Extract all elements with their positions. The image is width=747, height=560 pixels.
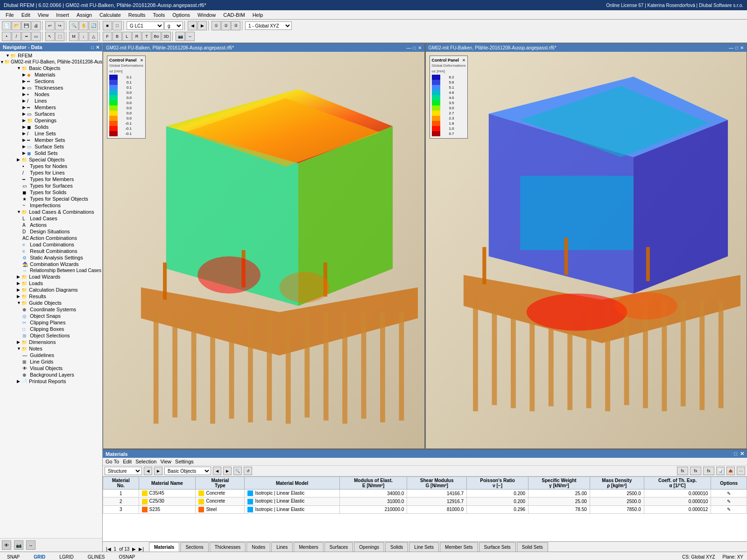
- tab-members[interactable]: Members: [294, 542, 324, 552]
- nav-results[interactable]: ▶ 📁 Results: [0, 293, 102, 300]
- nav-special-objects[interactable]: ▶ 📁 Special Objects: [0, 156, 102, 163]
- nav-result-combos[interactable]: ≡ Result Combinations: [0, 248, 102, 254]
- left-view-scene[interactable]: Control Panel ✕ Global Deformations uz […: [103, 52, 424, 448]
- nav-icon-arrows[interactable]: ↔: [26, 540, 35, 550]
- node-tool[interactable]: •: [2, 32, 11, 41]
- nav-clipping-planes[interactable]: ✂ Clipping Planes: [0, 319, 102, 326]
- zoom-btn[interactable]: 🔍: [69, 21, 78, 30]
- prev-btn[interactable]: ◀: [188, 21, 197, 30]
- mat-options-3[interactable]: ✎: [711, 505, 747, 513]
- bottom-panel-controls[interactable]: □ ✕: [734, 451, 744, 457]
- print-btn[interactable]: 🖨: [31, 21, 41, 30]
- right-view-close[interactable]: ✕: [740, 45, 744, 50]
- nav-action-combos[interactable]: AC Action Combinations: [0, 235, 102, 241]
- tab-thicknesses[interactable]: Thicknesses: [210, 542, 246, 552]
- screenshot-tool[interactable]: 📷: [176, 32, 185, 41]
- tab-prev[interactable]: 1: [113, 546, 118, 552]
- tab-openings[interactable]: Openings: [354, 542, 384, 552]
- bt-export[interactable]: 📊: [716, 467, 725, 475]
- nav-dock-btn[interactable]: □: [91, 45, 94, 50]
- right-view-minimize[interactable]: —: [729, 45, 733, 50]
- nav-imperfections[interactable]: ~ Imperfections: [0, 202, 102, 209]
- nav-icon-cam[interactable]: 📷: [14, 540, 23, 550]
- left-view-close[interactable]: ✕: [418, 45, 422, 50]
- nav-lines[interactable]: ▶ / Lines: [0, 98, 102, 104]
- nav-design-situations[interactable]: D Design Situations: [0, 228, 102, 235]
- menu-file[interactable]: File: [2, 11, 18, 19]
- tab-solids[interactable]: Solids: [385, 542, 408, 552]
- bt-refresh[interactable]: ↺: [244, 467, 252, 475]
- menu-help[interactable]: Help: [249, 11, 267, 19]
- nav-load-cases-combinations[interactable]: ▼ 📁 Load Cases & Combinations: [0, 209, 102, 215]
- tab-next[interactable]: ▶: [131, 546, 137, 552]
- tab-nodes[interactable]: Nodes: [247, 542, 270, 552]
- nav-materials[interactable]: ▶ ◆ Materials: [0, 71, 102, 78]
- nav-types-nodes[interactable]: • Types for Nodes: [0, 163, 102, 169]
- right-view-maximize[interactable]: □: [735, 45, 738, 50]
- new-btn[interactable]: 📄: [2, 21, 11, 30]
- nav-types-surfaces[interactable]: ▭ Types for Surfaces: [0, 182, 102, 189]
- status-osnap[interactable]: OSNAP: [115, 553, 138, 560]
- tab-first[interactable]: |◀: [105, 546, 113, 552]
- edit-menu[interactable]: Edit: [123, 459, 132, 464]
- bt-fx[interactable]: fx: [677, 467, 688, 475]
- navigator-controls[interactable]: □ ✕: [91, 45, 99, 50]
- tab-solid-sets[interactable]: Solid Sets: [517, 542, 548, 552]
- box-select-tool[interactable]: ⬚: [55, 32, 64, 41]
- tab-materials[interactable]: Materials: [149, 542, 179, 552]
- nav-combo-wizards[interactable]: 🧙 Combination Wizards: [0, 261, 102, 267]
- nav-solid-sets[interactable]: ▶ ◼ Solid Sets: [0, 150, 102, 156]
- left-view-minimize[interactable]: —: [406, 45, 411, 50]
- nav-static-settings[interactable]: ⚙ Static Analysis Settings: [0, 254, 102, 261]
- nav-loads[interactable]: ▶ 📁 Loads: [0, 280, 102, 287]
- view-menu[interactable]: View: [160, 459, 171, 464]
- nav-load-cases[interactable]: L Load Cases: [0, 215, 102, 222]
- right-view-scene[interactable]: Control Panel ✕ Global Deformations uz […: [426, 52, 747, 448]
- tab-last[interactable]: ▶|: [137, 546, 145, 552]
- nav-rfem[interactable]: ▼ 📁 RFEM: [0, 52, 102, 59]
- status-grid[interactable]: GRID: [30, 553, 49, 560]
- nav-background-layers[interactable]: ⊕ Background Layers: [0, 371, 102, 378]
- mat-options-1[interactable]: ✎: [711, 490, 747, 497]
- nav-members[interactable]: ▶ ━ Members: [0, 104, 102, 111]
- iso-view[interactable]: 3D: [162, 32, 171, 41]
- right-view-controls[interactable]: — □ ✕: [729, 45, 744, 50]
- menu-insert[interactable]: Insert: [52, 11, 73, 19]
- menu-results[interactable]: Results: [125, 11, 149, 19]
- nav-thicknesses[interactable]: ▶ ▭ Thicknesses: [0, 84, 102, 91]
- open-btn[interactable]: 📂: [12, 21, 21, 30]
- status-lgrid[interactable]: LGRID: [56, 553, 77, 560]
- nav-guide-objects[interactable]: ▼ 📁 Guide Objects: [0, 300, 102, 306]
- bt-next2[interactable]: ▶: [223, 467, 232, 475]
- bt-prev2[interactable]: ◀: [213, 467, 221, 475]
- right-view[interactable]: R: [132, 32, 141, 41]
- nav-types-special[interactable]: ★ Types for Special Objects: [0, 196, 102, 202]
- nav-calc-diagrams[interactable]: ▶ 📁 Calculation Diagrams: [0, 287, 102, 293]
- menu-calculate[interactable]: Calculate: [96, 11, 125, 19]
- save-btn[interactable]: 💾: [21, 21, 31, 30]
- nav-load-combos[interactable]: ≡ Load Combinations: [0, 241, 102, 248]
- next-btn[interactable]: ▶: [197, 21, 207, 30]
- status-glines[interactable]: GLINES: [85, 553, 108, 560]
- tab-member-sets[interactable]: Member Sets: [440, 542, 478, 552]
- select-tool[interactable]: ↖: [45, 32, 55, 41]
- nav-surface-sets[interactable]: ▶ ▭ Surface Sets: [0, 143, 102, 150]
- mat-options-2[interactable]: ✎: [711, 497, 747, 505]
- view1-btn[interactable]: ①: [211, 21, 221, 30]
- nav-types-lines[interactable]: / Types for Lines: [0, 169, 102, 176]
- tab-sections[interactable]: Sections: [180, 542, 208, 552]
- nav-line-grids[interactable]: ⊞ Line Grids: [0, 358, 102, 365]
- nav-project[interactable]: ▼ 📁 GM02-mit FU-Balken, Pfähle-20161208-…: [0, 59, 102, 65]
- tab-lines[interactable]: Lines: [271, 542, 293, 552]
- tab-line-sets[interactable]: Line Sets: [409, 542, 439, 552]
- front-view[interactable]: F: [103, 32, 112, 41]
- surface-tool[interactable]: ▭: [31, 32, 41, 41]
- nav-coord-systems[interactable]: ⊕ Coordinate Systems: [0, 306, 102, 313]
- menu-edit[interactable]: Edit: [18, 11, 34, 19]
- line-tool[interactable]: /: [12, 32, 21, 41]
- bottom-panel-close[interactable]: ✕: [740, 451, 744, 457]
- status-snap[interactable]: SNAP: [4, 553, 23, 560]
- left-view-maximize[interactable]: □: [413, 45, 416, 50]
- basic-objects-combo[interactable]: Basic Objects: [164, 467, 211, 475]
- left-cp-close[interactable]: ✕: [140, 58, 143, 63]
